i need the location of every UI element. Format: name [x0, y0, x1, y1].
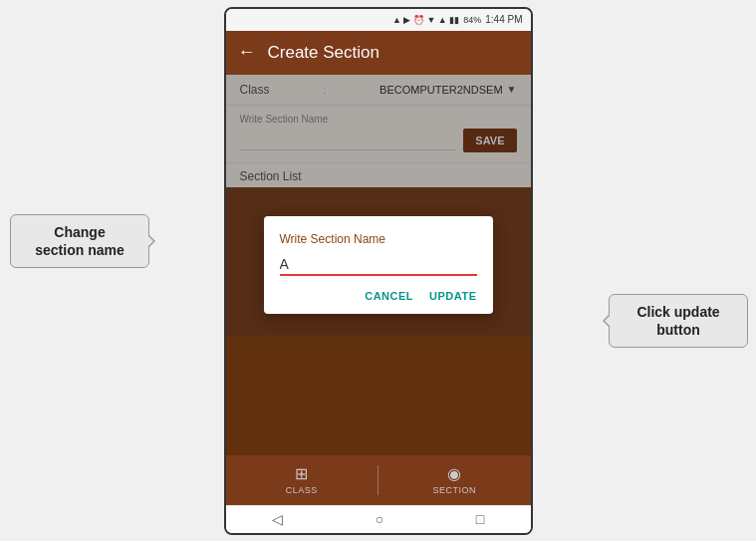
android-back-button[interactable]: ◁: [272, 511, 283, 527]
phone-frame: ▲ ▶ ⏰ ▼ ▲ ▮▮ 84% 1:44 PM ← Create Sectio…: [224, 7, 533, 535]
modal-section-input[interactable]: [280, 254, 477, 276]
status-bar: ▲ ▶ ⏰ ▼ ▲ ▮▮ 84% 1:44 PM: [226, 9, 531, 31]
android-nav-bar: ◁ ○ □: [226, 505, 531, 533]
class-nav-label: CLASS: [286, 485, 318, 495]
modal-update-button[interactable]: UPDATE: [429, 290, 476, 302]
nav-item-class[interactable]: ⊞ CLASS: [226, 464, 378, 495]
app-header: ← Create Section: [226, 31, 531, 75]
modal-cancel-button[interactable]: CANCEL: [365, 290, 413, 302]
back-button[interactable]: ←: [238, 42, 256, 63]
section-nav-icon: ◉: [447, 464, 461, 483]
click-update-callout: Click update button: [609, 294, 748, 348]
nav-item-section[interactable]: ◉ SECTION: [378, 464, 531, 495]
clock: 1:44 PM: [485, 14, 522, 25]
modal-overlay: Write Section Name CANCEL UPDATE: [226, 75, 531, 455]
battery-indicator: 84%: [463, 15, 481, 25]
click-update-callout-text: Click update button: [636, 304, 719, 338]
modal-label: Write Section Name: [280, 232, 477, 246]
page-title: Create Section: [268, 43, 379, 63]
bottom-nav: ⊞ CLASS ◉ SECTION: [226, 455, 531, 505]
android-recents-button[interactable]: □: [476, 511, 484, 527]
app-content: Class : BECOMPUTER2NDSEM ▼ Write Section…: [226, 75, 531, 455]
android-home-button[interactable]: ○: [376, 511, 383, 527]
change-section-callout-text: Change section name: [35, 224, 124, 258]
status-icons: ▲ ▶ ⏰ ▼ ▲ ▮▮: [392, 15, 459, 25]
modal-dialog: Write Section Name CANCEL UPDATE: [264, 216, 493, 314]
modal-actions: CANCEL UPDATE: [280, 290, 477, 302]
class-nav-icon: ⊞: [295, 464, 308, 483]
section-nav-label: SECTION: [432, 485, 476, 495]
change-section-callout: Change section name: [10, 214, 149, 268]
